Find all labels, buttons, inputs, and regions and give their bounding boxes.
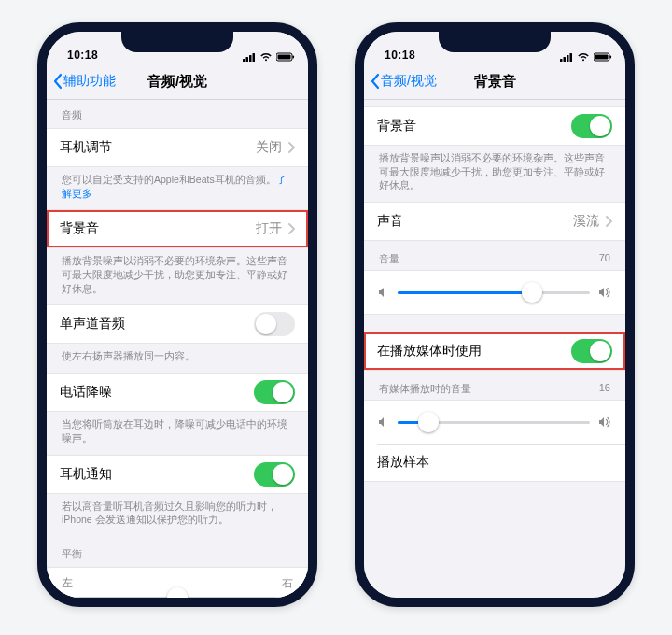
slider-track[interactable] xyxy=(398,421,590,424)
svg-rect-8 xyxy=(564,57,567,62)
page-title: 背景音 xyxy=(474,73,516,91)
speaker-low-icon xyxy=(377,416,390,429)
back-button[interactable]: 辅助功能 xyxy=(52,64,116,99)
status-indicators xyxy=(243,52,295,62)
back-label: 音频/视觉 xyxy=(381,73,437,90)
row-label: 在播放媒体时使用 xyxy=(377,343,571,360)
chevron-right-icon xyxy=(605,216,612,227)
play-sample-link[interactable]: 播放样本 xyxy=(377,454,612,471)
row-value: 打开 xyxy=(256,220,282,237)
battery-icon xyxy=(594,52,612,62)
svg-rect-9 xyxy=(567,55,569,62)
toggle-mono[interactable] xyxy=(254,312,295,336)
chevron-left-icon xyxy=(52,73,63,90)
row-mono-audio[interactable]: 单声道音频 xyxy=(47,305,308,343)
page-title: 音频/视觉 xyxy=(147,73,207,91)
media-volume-value: 16 xyxy=(599,382,610,396)
row-label: 背景音 xyxy=(377,118,571,134)
row-background-sound-toggle[interactable]: 背景音 xyxy=(364,107,625,145)
media-volume-label: 有媒体播放时的音量 xyxy=(379,382,471,396)
row-label: 电话降噪 xyxy=(60,384,254,401)
balance-right-label: 右 xyxy=(282,575,293,591)
status-indicators xyxy=(560,52,612,62)
row-label: 背景音 xyxy=(60,220,256,237)
phone-background-sound: 10:18 音频/视觉 背景音 背景音 播放背景噪声以消弱不必要的环境 xyxy=(355,22,635,607)
row-headphone-adjust[interactable]: 耳机调节 关闭 xyxy=(47,129,308,166)
toggle-headphone-notify[interactable] xyxy=(254,462,295,487)
footer-headphone-notify: 若以高音量听耳机音频过久且影响您的听力时，iPhone 会发送通知以保护您的听力… xyxy=(47,494,308,536)
row-value: 关闭 xyxy=(256,139,282,156)
row-headphone-notify[interactable]: 耳机通知 xyxy=(47,456,308,493)
phone-audio-visual: 10:18 辅助功能 音频/视觉 音频 耳机调节 关闭 xyxy=(37,22,317,607)
signal-icon xyxy=(560,52,573,62)
slider-thumb[interactable] xyxy=(522,282,542,303)
signal-icon xyxy=(243,52,256,62)
speaker-high-icon xyxy=(597,416,612,429)
row-background-sound[interactable]: 背景音 打开 xyxy=(47,210,308,247)
row-volume-slider[interactable] xyxy=(364,271,625,314)
battery-icon xyxy=(276,52,295,62)
volume-label: 音量 xyxy=(379,252,399,266)
back-button[interactable]: 音频/视觉 xyxy=(370,64,437,99)
speaker-low-icon xyxy=(377,286,390,299)
row-value: 溪流 xyxy=(573,213,599,230)
footer-mono: 使左右扬声器播放同一内容。 xyxy=(47,344,308,373)
nav-bar: 音频/视觉 背景音 xyxy=(364,64,625,100)
toggle-background-sound[interactable] xyxy=(571,114,612,138)
volume-header: 音量 70 xyxy=(364,241,625,270)
row-sound-select[interactable]: 声音 溪流 xyxy=(364,203,625,240)
svg-rect-3 xyxy=(253,53,256,62)
footer-noise-cancel: 当您将听筒放在耳边时，降噪可减少电话中的环境噪声。 xyxy=(47,412,308,454)
wifi-icon xyxy=(577,52,590,62)
row-label: 声音 xyxy=(377,213,573,230)
balance-left-label: 左 xyxy=(62,575,73,591)
notch xyxy=(121,32,233,52)
footer-bg: 播放背景噪声以消弱不必要的环境杂声。这些声音可最大限度地减少干扰，助您更加专注、… xyxy=(364,146,625,202)
nav-bar: 辅助功能 音频/视觉 xyxy=(47,64,308,100)
notch xyxy=(439,32,551,52)
row-label: 耳机通知 xyxy=(60,466,254,483)
svg-rect-7 xyxy=(560,59,563,62)
media-volume-header: 有媒体播放时的音量 16 xyxy=(364,371,625,400)
speaker-high-icon xyxy=(597,286,612,299)
row-phone-noise-cancel[interactable]: 电话降噪 xyxy=(47,374,308,411)
toggle-use-with-media[interactable] xyxy=(571,339,612,363)
row-media-volume-slider[interactable] xyxy=(364,401,625,444)
slider-thumb[interactable] xyxy=(418,412,439,432)
svg-rect-6 xyxy=(293,56,295,59)
back-label: 辅助功能 xyxy=(63,73,116,90)
section-header-audio: 音频 xyxy=(47,97,308,128)
svg-rect-13 xyxy=(610,56,612,59)
svg-rect-5 xyxy=(278,55,291,60)
status-time: 10:18 xyxy=(67,49,98,62)
balance-track[interactable] xyxy=(62,597,293,598)
slider-track[interactable] xyxy=(398,291,590,294)
footer-headphone-adjust: 您可以自定受支持的Apple和Beats耳机的音频。了解更多 xyxy=(47,167,308,209)
chevron-right-icon xyxy=(287,223,295,234)
row-label: 单声道音频 xyxy=(60,316,254,332)
svg-rect-1 xyxy=(246,57,249,62)
footer-background-sound: 播放背景噪声以消弱不必要的环境杂声。这些声音可最大限度地减少干扰，助您更加专注、… xyxy=(47,248,308,304)
toggle-noise-cancel[interactable] xyxy=(254,380,295,404)
volume-value: 70 xyxy=(599,252,610,266)
svg-rect-0 xyxy=(243,59,245,62)
row-balance-slider[interactable]: 左 右 xyxy=(47,568,308,598)
section-header-balance: 平衡 xyxy=(47,536,308,567)
chevron-right-icon xyxy=(287,142,295,153)
row-label: 耳机调节 xyxy=(60,139,256,156)
status-time: 10:18 xyxy=(385,49,415,62)
svg-rect-2 xyxy=(249,55,252,62)
svg-rect-12 xyxy=(595,55,609,60)
row-play-sample[interactable]: 播放样本 xyxy=(364,444,625,481)
row-use-with-media[interactable]: 在播放媒体时使用 xyxy=(364,332,625,370)
svg-rect-10 xyxy=(570,53,573,62)
wifi-icon xyxy=(259,52,273,62)
chevron-left-icon xyxy=(370,73,381,90)
